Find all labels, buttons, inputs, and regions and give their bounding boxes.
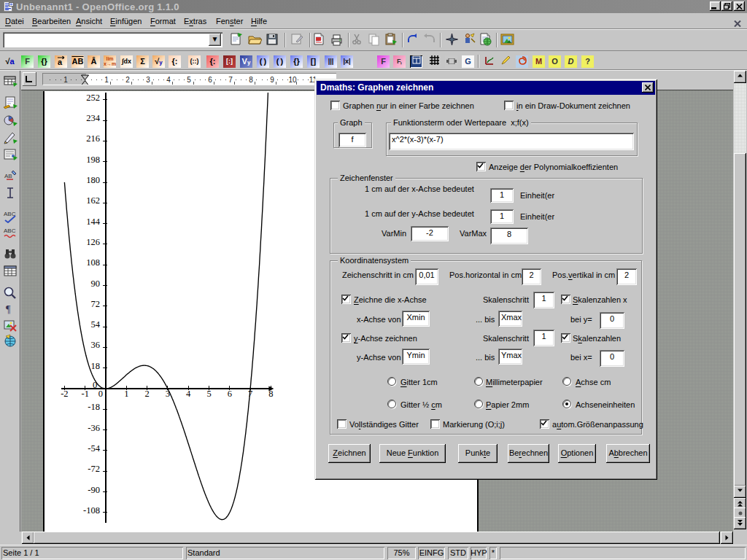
svg-text:198: 198 xyxy=(86,155,100,165)
svg-text:-18: -18 xyxy=(88,402,100,412)
svg-text:-72: -72 xyxy=(88,464,100,474)
svg-text:0: 0 xyxy=(98,389,103,399)
svg-text:-54: -54 xyxy=(88,443,100,454)
svg-text:18: 18 xyxy=(91,361,101,371)
svg-text:ABC: ABC xyxy=(4,228,16,234)
svg-text:1: 1 xyxy=(124,389,128,399)
svg-text:144: 144 xyxy=(86,217,101,227)
svg-text:234: 234 xyxy=(86,113,101,123)
svg-text:6: 6 xyxy=(228,389,232,399)
svg-text:-2: -2 xyxy=(61,389,68,399)
svg-text:2: 2 xyxy=(144,389,149,399)
svg-text:7: 7 xyxy=(248,389,252,399)
svg-text:162: 162 xyxy=(86,195,100,206)
svg-text:54: 54 xyxy=(91,319,101,330)
svg-text:4: 4 xyxy=(186,389,191,399)
svg-text:-90: -90 xyxy=(88,485,100,495)
svg-text:8: 8 xyxy=(268,389,273,399)
svg-text:5: 5 xyxy=(206,389,211,399)
svg-text:252: 252 xyxy=(86,93,100,103)
svg-text:72: 72 xyxy=(91,299,101,309)
svg-text:108: 108 xyxy=(86,257,100,268)
svg-text:126: 126 xyxy=(86,237,100,247)
svg-text:-1: -1 xyxy=(81,389,88,399)
svg-text:-108: -108 xyxy=(83,505,100,516)
svg-text:-36: -36 xyxy=(88,423,100,433)
svg-text:AB: AB xyxy=(4,173,12,179)
svg-text:216: 216 xyxy=(86,133,100,144)
svg-text:¶: ¶ xyxy=(6,304,11,315)
svg-text:0: 0 xyxy=(93,380,97,390)
svg-text:3: 3 xyxy=(166,389,170,399)
svg-text:a: a xyxy=(58,58,63,66)
svg-text:36: 36 xyxy=(91,340,101,350)
svg-text:180: 180 xyxy=(86,175,100,185)
svg-text:90: 90 xyxy=(91,279,101,289)
